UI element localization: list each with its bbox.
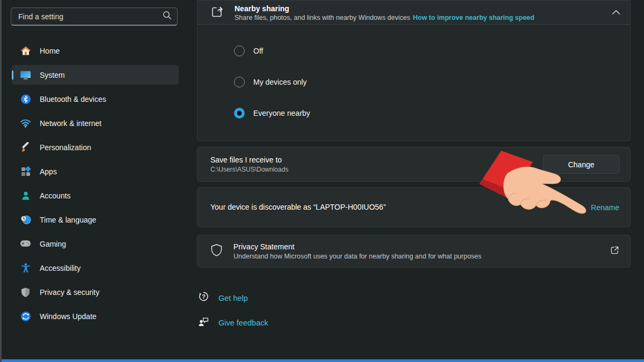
sidebar-nav: Home System Bluetooth & devices Network …: [12, 41, 179, 326]
paintbrush-icon: [20, 142, 31, 153]
sidebar-item-label: Gaming: [40, 240, 66, 248]
nearby-sharing-page: Nearby sharing Share files, photos, and …: [197, 0, 631, 341]
save-files-text: Save files I receive to C:\Users\ASUS\Do…: [210, 155, 543, 174]
get-help-icon: ?: [198, 291, 209, 305]
settings-sidebar: Home System Bluetooth & devices Network …: [2, 0, 188, 359]
update-icon: [20, 311, 31, 322]
shield-outline-icon: [210, 243, 223, 259]
sidebar-item-label: Windows Update: [40, 312, 97, 321]
privacy-statement-card[interactable]: Privacy Statement Understand how Microso…: [197, 235, 631, 268]
sidebar-item-bluetooth-devices[interactable]: Bluetooth & devices: [12, 89, 179, 109]
get-help-row[interactable]: ? Get help: [198, 291, 631, 305]
sidebar-item-label: System: [40, 71, 65, 79]
privacy-statement-title: Privacy Statement: [233, 242, 599, 252]
sidebar-item-label: Home: [40, 47, 60, 55]
sidebar-item-apps[interactable]: Apps: [12, 161, 179, 181]
sidebar-item-label: Apps: [40, 167, 57, 176]
svg-text:?: ?: [202, 293, 205, 300]
sidebar-item-label: Accessibility: [40, 264, 80, 272]
nearby-sharing-description: Share files, photos, and links with near…: [235, 14, 596, 22]
nearby-sharing-title: Nearby sharing: [235, 4, 596, 14]
person-icon: [20, 190, 31, 201]
sidebar-item-label: Bluetooth & devices: [40, 95, 106, 104]
chevron-up-icon[interactable]: [612, 8, 620, 17]
sidebar-item-windows-update[interactable]: Windows Update: [12, 306, 179, 326]
improve-sharing-speed-link[interactable]: How to improve nearby sharing speed: [413, 14, 534, 21]
bluetooth-icon: [20, 93, 31, 105]
nearby-sharing-options: Off My devices only Everyone nearby: [197, 25, 631, 141]
nearby-sharing-expander-header[interactable]: Nearby sharing Share files, photos, and …: [197, 0, 631, 25]
sidebar-item-label: Network & internet: [40, 119, 101, 128]
save-files-path: C:\Users\ASUS\Downloads: [210, 165, 543, 174]
radio-option-off[interactable]: Off: [234, 45, 630, 57]
privacy-statement-text: Privacy Statement Understand how Microso…: [233, 242, 599, 261]
clock-globe-icon: [20, 214, 31, 225]
give-feedback-row[interactable]: Give feedback: [198, 316, 631, 329]
home-icon: [20, 45, 31, 56]
sidebar-item-time-language[interactable]: Time & language: [12, 210, 179, 230]
sidebar-item-privacy-security[interactable]: Privacy & security: [12, 282, 179, 302]
give-feedback-icon: [198, 316, 209, 329]
sidebar-item-network-internet[interactable]: Network & internet: [12, 113, 179, 133]
give-feedback-link[interactable]: Give feedback: [218, 319, 268, 327]
search-icon[interactable]: [163, 11, 172, 22]
device-discoverable-text: Your device is discoverable as “LAPTOP-H…: [210, 202, 591, 212]
radio-circle-selected: [234, 108, 245, 119]
system-icon: [20, 69, 31, 80]
sidebar-item-system[interactable]: System: [12, 65, 179, 85]
external-link-icon[interactable]: [610, 246, 619, 257]
shield-icon: [20, 286, 31, 298]
privacy-statement-description: Understand how Microsoft uses your data …: [233, 252, 599, 261]
sidebar-item-personalization[interactable]: Personalization: [12, 137, 179, 157]
sidebar-item-accounts[interactable]: Accounts: [12, 186, 179, 205]
nearby-sharing-header-text: Nearby sharing Share files, photos, and …: [235, 3, 596, 22]
footer-links: ? Get help Give feedback: [197, 291, 631, 329]
sidebar-item-home[interactable]: Home: [12, 41, 179, 61]
radio-circle: [234, 46, 245, 56]
wifi-icon: [20, 117, 31, 129]
save-files-card: Save files I receive to C:\Users\ASUS\Do…: [197, 147, 631, 182]
sidebar-item-gaming[interactable]: Gaming: [12, 234, 179, 254]
sidebar-item-label: Time & language: [40, 216, 96, 224]
sidebar-item-label: Personalization: [40, 143, 91, 152]
nearby-sharing-icon: [210, 5, 224, 20]
bottom-accent-bar: [2, 359, 644, 362]
sidebar-item-label: Privacy & security: [40, 288, 99, 297]
apps-icon: [20, 166, 31, 177]
radio-option-everyone-nearby[interactable]: Everyone nearby: [234, 107, 630, 119]
save-files-title: Save files I receive to: [210, 155, 543, 165]
sidebar-item-accessibility[interactable]: Accessibility: [12, 258, 179, 278]
sidebar-item-label: Accounts: [40, 191, 71, 200]
get-help-link[interactable]: Get help: [218, 294, 248, 302]
change-button[interactable]: Change: [543, 155, 619, 174]
radio-circle: [234, 77, 245, 87]
search-box[interactable]: [11, 8, 178, 26]
accessibility-icon: [20, 262, 31, 274]
gamepad-icon: [20, 238, 31, 249]
radio-option-my-devices-only[interactable]: My devices only: [234, 76, 630, 88]
device-discoverable-card: Your device is discoverable as “LAPTOP-H…: [197, 187, 631, 227]
rename-link[interactable]: Rename: [591, 203, 619, 212]
search-input[interactable]: [18, 12, 163, 21]
